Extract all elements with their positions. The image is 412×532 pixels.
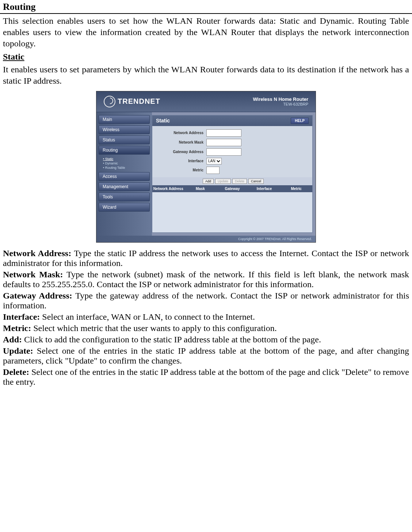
subnav-dynamic[interactable]: Dynamic xyxy=(103,161,150,166)
brand-text: TRENDNET xyxy=(118,97,160,106)
add-button[interactable]: Add xyxy=(203,179,214,184)
def-add: Add: Click to add the configuration to t… xyxy=(3,335,409,345)
label-metric: Metric xyxy=(156,168,206,172)
nav-access[interactable]: Access xyxy=(99,172,150,181)
def-metric: Metric: Select which metric that the use… xyxy=(3,323,409,333)
routing-table-body xyxy=(152,192,312,232)
def-network-mask: Network Mask: Type the network (subnet) … xyxy=(3,270,409,289)
input-network-address[interactable] xyxy=(206,129,241,137)
input-gateway-address[interactable] xyxy=(206,148,241,156)
intro-text: This selection enables users to set how … xyxy=(0,14,412,51)
nav-tools[interactable]: Tools xyxy=(99,193,150,201)
routing-table-header: Network Address Mask Gateway Interface M… xyxy=(152,185,312,192)
label-gateway-address: Gateway Address xyxy=(156,150,206,154)
input-network-mask[interactable] xyxy=(206,139,241,146)
cancel-button[interactable]: Cancel xyxy=(248,179,264,184)
select-interface[interactable]: LAN xyxy=(206,158,222,164)
static-heading: Static xyxy=(0,51,412,62)
panel-title: Static xyxy=(156,118,170,123)
nav-routing[interactable]: Routing xyxy=(99,146,150,155)
col-interface: Interface xyxy=(248,185,281,192)
trendnet-logo-icon xyxy=(104,96,115,107)
col-mask: Mask xyxy=(184,185,217,192)
subnav-static[interactable]: Static xyxy=(103,157,150,161)
col-network-address: Network Address xyxy=(152,185,184,192)
nav-wizard[interactable]: Wizard xyxy=(99,203,150,212)
content-panel: Static HELP Network Address Network Mask… xyxy=(152,115,313,233)
static-intro: It enables users to set parameters by wh… xyxy=(0,62,412,88)
model-name: TEW-632BRP xyxy=(253,102,308,106)
router-admin-panel: TRENDNET Wireless N Home Router TEW-632B… xyxy=(96,91,316,243)
col-metric: Metric xyxy=(280,185,312,192)
nav-main[interactable]: Main xyxy=(99,115,150,124)
nav-status[interactable]: Status xyxy=(99,136,150,144)
def-update: Update: Select one of the entries in the… xyxy=(3,346,409,366)
col-gateway: Gateway xyxy=(216,185,248,192)
product-name: Wireless N Home Router xyxy=(253,96,308,102)
router-header: TRENDNET Wireless N Home Router TEW-632B… xyxy=(96,91,316,112)
nav-wireless[interactable]: Wireless xyxy=(99,125,150,134)
nav-management[interactable]: Management xyxy=(99,182,150,191)
def-gateway-address: Gateway Address: Type the gateway addres… xyxy=(3,291,409,311)
label-interface: Interface xyxy=(156,159,206,163)
update-button[interactable]: Update xyxy=(215,179,231,184)
input-metric[interactable] xyxy=(206,167,220,174)
sidebar-nav: Main Wireless Status Routing Static Dyna… xyxy=(96,112,152,236)
def-delete: Delete: Select one of the entries in the… xyxy=(3,367,409,387)
page-title: Routing xyxy=(0,0,412,14)
def-interface: Interface: Select an interface, WAN or L… xyxy=(3,312,409,322)
copyright-footer: Copyright © 2007 TRENDnet. All Rights Re… xyxy=(96,236,316,242)
subnav-routing-table[interactable]: Routing Table xyxy=(103,166,150,170)
help-button[interactable]: HELP xyxy=(291,118,309,124)
delete-button[interactable]: Delete xyxy=(232,179,247,184)
label-network-address: Network Address xyxy=(156,131,206,135)
logo-section: TRENDNET xyxy=(104,96,160,107)
label-network-mask: Network Mask xyxy=(156,140,206,144)
def-network-address: Network Address: Type the static IP addr… xyxy=(3,248,409,268)
